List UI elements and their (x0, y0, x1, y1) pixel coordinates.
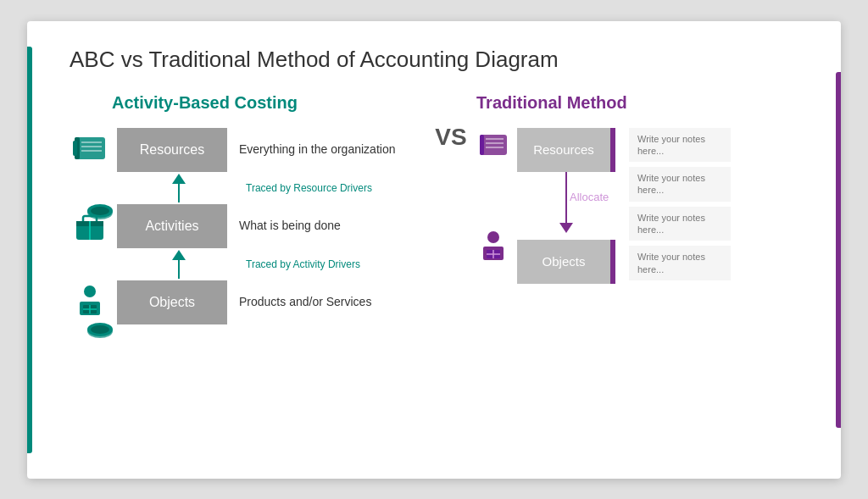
resource-driver-label: Traced by Resource Drivers (246, 182, 372, 194)
vs-label: VS (435, 125, 466, 149)
activities-box: Activities (117, 204, 227, 248)
resource-driver-section: Traced by Resource Drivers (70, 174, 426, 202)
vs-separator: VS (426, 93, 476, 324)
objects-desc: Products and/or Services (239, 294, 371, 311)
svg-point-12 (91, 207, 109, 215)
note-1: Write your notes here... (629, 128, 731, 163)
activity-arrow-col (124, 250, 234, 279)
svg-point-26 (487, 231, 499, 243)
notes-column: Write your notes here... Write your note… (629, 128, 731, 280)
objects-icon (70, 282, 110, 323)
resources-box: Resources (117, 128, 227, 172)
traditional-content: Resources Allocate (476, 128, 807, 284)
note-4: Write your notes here... (629, 246, 731, 280)
abc-resources-row: Resources Everything in the organization (70, 128, 426, 172)
traditional-heading: Traditional Method (476, 93, 627, 113)
trad-objects-accent (610, 240, 615, 284)
abc-activities-row: Activities What is being done (70, 204, 426, 248)
abc-objects-row: Objects Products and/or Services (70, 280, 426, 324)
allocate-label: Allocate (570, 191, 609, 203)
resource-arrow-col (124, 174, 234, 202)
trad-objects-wrap: Objects (517, 240, 615, 284)
activity-driver-section: Traced by Activity Drivers (70, 250, 426, 279)
slide-title: ABC vs Traditional Method of Accounting … (70, 47, 807, 73)
objects-box: Objects (117, 280, 227, 324)
abc-heading: Activity-Based Costing (112, 93, 298, 113)
svg-point-15 (91, 325, 109, 334)
trad-allocate-section: Allocate (559, 172, 573, 240)
svg-rect-22 (480, 135, 484, 155)
trad-arrow-down (559, 223, 573, 233)
teal-accent-bar (27, 47, 32, 453)
abc-side: Activity-Based Costing (70, 93, 426, 324)
trad-objects-box: Objects (517, 240, 610, 284)
activities-desc: What is being done (239, 218, 341, 235)
activity-driver-label: Traced by Activity Drivers (246, 258, 360, 270)
activity-arrow-up (172, 250, 186, 260)
purple-accent-bar (836, 72, 841, 428)
trad-resources-icon (476, 131, 510, 162)
resource-arrow-up (172, 174, 186, 184)
abc-rows: Resources Everything in the organization… (70, 128, 426, 324)
resources-desc: Everything in the organization (239, 141, 395, 158)
activity-arrow-line (178, 260, 180, 279)
svg-rect-2 (73, 141, 77, 156)
traditional-side: Traditional Method (476, 93, 807, 324)
trad-resources-accent (610, 128, 615, 172)
note-3: Write your notes here... (629, 207, 731, 241)
svg-point-16 (84, 286, 96, 297)
slide: ABC vs Traditional Method of Accounting … (27, 21, 841, 479)
note-2: Write your notes here... (629, 167, 731, 202)
diagram-area: Activity-Based Costing (70, 93, 807, 324)
resource-arrow-line (178, 184, 180, 202)
resources-icon (70, 130, 110, 170)
trad-arrow-line (565, 172, 567, 223)
trad-resources-wrap: Resources (517, 128, 615, 172)
trad-objects-icon (476, 230, 510, 267)
trad-resources-box: Resources (517, 128, 610, 172)
